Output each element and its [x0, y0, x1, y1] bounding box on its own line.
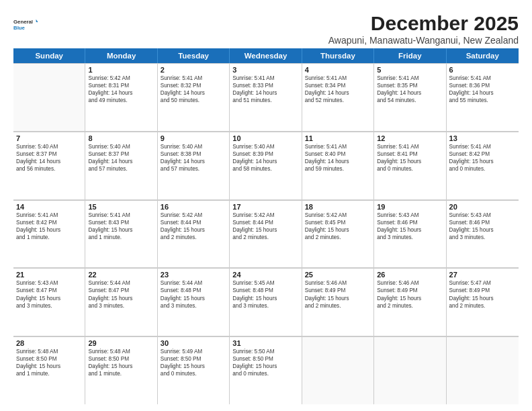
svg-text:General: General [13, 19, 33, 25]
day-12-line-2: Daylight: 15 hours [377, 158, 443, 165]
day-number-15: 15 [88, 203, 154, 211]
day-21-line-2: Daylight: 15 hours [16, 295, 82, 302]
day-9-line-1: Sunset: 8:38 PM [161, 150, 226, 158]
day-21-line-3: and 3 minutes. [16, 302, 82, 310]
day-cell-24: 24Sunrise: 5:45 AMSunset: 8:48 PMDayligh… [230, 268, 302, 336]
day-19-line-3: and 3 minutes. [377, 234, 443, 241]
day-5-line-3: and 54 minutes. [377, 97, 443, 104]
day-25-line-3: and 2 minutes. [305, 302, 371, 310]
day-26-line-2: Daylight: 15 hours [377, 295, 443, 302]
day-cell-4: 4Sunrise: 5:41 AMSunset: 8:34 PMDaylight… [302, 63, 374, 131]
day-cell-12: 12Sunrise: 5:41 AMSunset: 8:41 PMDayligh… [374, 132, 446, 199]
empty-cell-4-5 [374, 336, 446, 404]
day-4-line-0: Sunrise: 5:41 AM [305, 75, 371, 82]
day-10-line-2: Daylight: 14 hours [232, 158, 298, 165]
day-number-4: 4 [305, 66, 371, 74]
day-24-line-3: and 3 minutes. [232, 302, 298, 310]
day-23-line-0: Sunrise: 5:44 AM [161, 279, 226, 287]
day-number-3: 3 [232, 66, 298, 74]
day-25-line-2: Daylight: 15 hours [305, 295, 371, 302]
header-day-wednesday: Wednesday [230, 48, 302, 63]
day-number-10: 10 [232, 134, 298, 142]
day-1-line-1: Sunset: 8:31 PM [88, 82, 154, 89]
day-6-line-1: Sunset: 8:36 PM [449, 82, 516, 89]
day-4-line-2: Daylight: 14 hours [305, 89, 371, 97]
day-29-line-1: Sunset: 8:50 PM [88, 355, 154, 363]
day-cell-19: 19Sunrise: 5:43 AMSunset: 8:46 PMDayligh… [374, 200, 446, 268]
day-26-line-0: Sunrise: 5:46 AM [377, 279, 443, 287]
page: General Blue December 2025 Awapuni, Mana… [0, 0, 532, 411]
day-cell-3: 3Sunrise: 5:41 AMSunset: 8:33 PMDaylight… [230, 63, 302, 131]
day-16-line-3: and 2 minutes. [161, 234, 226, 241]
day-10-line-1: Sunset: 8:39 PM [232, 150, 298, 158]
day-number-18: 18 [305, 203, 371, 211]
day-11-line-3: and 59 minutes. [305, 165, 371, 173]
day-cell-15: 15Sunrise: 5:41 AMSunset: 8:43 PMDayligh… [85, 200, 157, 268]
day-14-line-0: Sunrise: 5:41 AM [16, 212, 82, 219]
day-18-line-3: and 2 minutes. [305, 234, 371, 241]
day-4-line-1: Sunset: 8:34 PM [305, 82, 371, 89]
day-number-20: 20 [449, 203, 516, 211]
day-28-line-3: and 1 minute. [16, 370, 82, 377]
day-cell-2: 2Sunrise: 5:41 AMSunset: 8:32 PMDaylight… [158, 63, 230, 131]
day-9-line-0: Sunrise: 5:40 AM [161, 143, 226, 150]
day-3-line-2: Daylight: 14 hours [232, 89, 298, 97]
day-cell-14: 14Sunrise: 5:41 AMSunset: 8:42 PMDayligh… [13, 200, 85, 268]
week-row-3: 14Sunrise: 5:41 AMSunset: 8:42 PMDayligh… [13, 200, 519, 269]
day-22-line-2: Daylight: 15 hours [88, 295, 154, 302]
day-number-16: 16 [161, 203, 226, 211]
day-3-line-1: Sunset: 8:33 PM [232, 82, 298, 89]
day-15-line-1: Sunset: 8:43 PM [88, 219, 154, 226]
day-8-line-3: and 57 minutes. [88, 165, 154, 173]
day-cell-17: 17Sunrise: 5:42 AMSunset: 8:44 PMDayligh… [230, 200, 302, 268]
day-11-line-2: Daylight: 14 hours [305, 158, 371, 165]
day-28-line-2: Daylight: 15 hours [16, 363, 82, 370]
day-19-line-0: Sunrise: 5:43 AM [377, 212, 443, 219]
day-10-line-3: and 58 minutes. [232, 165, 298, 173]
day-cell-9: 9Sunrise: 5:40 AMSunset: 8:38 PMDaylight… [158, 132, 230, 199]
day-15-line-2: Daylight: 15 hours [88, 226, 154, 234]
day-cell-8: 8Sunrise: 5:40 AMSunset: 8:37 PMDaylight… [85, 132, 157, 199]
day-number-5: 5 [377, 66, 443, 74]
day-18-line-0: Sunrise: 5:42 AM [305, 212, 371, 219]
day-8-line-1: Sunset: 8:37 PM [88, 150, 154, 158]
day-18-line-1: Sunset: 8:45 PM [305, 219, 371, 226]
day-11-line-0: Sunrise: 5:41 AM [305, 143, 371, 150]
day-6-line-2: Daylight: 14 hours [449, 89, 516, 97]
logo-svg: General Blue [13, 12, 38, 36]
day-number-17: 17 [232, 203, 298, 211]
svg-marker-2 [36, 19, 38, 23]
svg-text:Blue: Blue [13, 25, 26, 31]
day-cell-31: 31Sunrise: 5:50 AMSunset: 8:50 PMDayligh… [230, 336, 302, 404]
day-number-21: 21 [16, 271, 82, 279]
day-22-line-3: and 3 minutes. [88, 302, 154, 310]
day-number-29: 29 [88, 339, 154, 347]
day-29-line-2: Daylight: 15 hours [88, 363, 154, 370]
day-24-line-0: Sunrise: 5:45 AM [232, 279, 298, 287]
day-31-line-0: Sunrise: 5:50 AM [232, 348, 298, 355]
day-cell-20: 20Sunrise: 5:43 AMSunset: 8:46 PMDayligh… [447, 200, 519, 268]
day-30-line-2: Daylight: 15 hours [161, 363, 226, 370]
day-5-line-2: Daylight: 14 hours [377, 89, 443, 97]
week-row-2: 7Sunrise: 5:40 AMSunset: 8:37 PMDaylight… [13, 132, 519, 200]
day-5-line-0: Sunrise: 5:41 AM [377, 75, 443, 82]
day-17-line-1: Sunset: 8:44 PM [232, 219, 298, 226]
day-cell-27: 27Sunrise: 5:47 AMSunset: 8:49 PMDayligh… [447, 268, 519, 336]
day-cell-1: 1Sunrise: 5:42 AMSunset: 8:31 PMDaylight… [85, 63, 157, 131]
empty-cell-4-4 [302, 336, 374, 404]
day-17-line-2: Daylight: 15 hours [232, 226, 298, 234]
day-15-line-3: and 1 minute. [88, 234, 154, 241]
day-19-line-1: Sunset: 8:46 PM [377, 219, 443, 226]
day-number-2: 2 [161, 66, 226, 74]
day-7-line-0: Sunrise: 5:40 AM [16, 143, 82, 150]
day-13-line-0: Sunrise: 5:41 AM [449, 143, 516, 150]
day-3-line-3: and 51 minutes. [232, 97, 298, 104]
day-13-line-3: and 0 minutes. [449, 165, 516, 173]
day-27-line-1: Sunset: 8:49 PM [449, 287, 516, 294]
day-5-line-1: Sunset: 8:35 PM [377, 82, 443, 89]
day-cell-6: 6Sunrise: 5:41 AMSunset: 8:36 PMDaylight… [447, 63, 519, 131]
day-28-line-0: Sunrise: 5:48 AM [16, 348, 82, 355]
day-number-8: 8 [88, 134, 154, 142]
day-16-line-0: Sunrise: 5:42 AM [161, 212, 226, 219]
day-1-line-2: Daylight: 14 hours [88, 89, 154, 97]
